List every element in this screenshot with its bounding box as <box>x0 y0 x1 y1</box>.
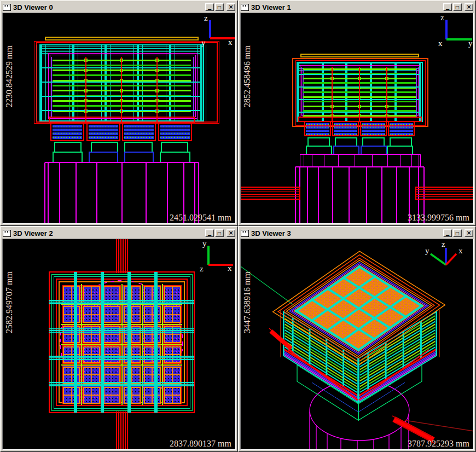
bottom-scale-label: 2837.890137 mm <box>170 439 231 449</box>
svg-text:y: y <box>468 39 473 48</box>
svg-text:x: x <box>438 39 443 48</box>
viewer-window-1: 3D Viewer 1 ▁ □ × 2852.458496 mm 3133.99… <box>238 0 476 226</box>
minimize-button[interactable]: ▁ <box>443 229 452 237</box>
minimize-button[interactable]: ▁ <box>205 229 214 237</box>
svg-text:z: z <box>440 13 444 22</box>
maximize-button[interactable]: □ <box>215 3 224 11</box>
window-title: 3D Viewer 1 <box>251 3 441 11</box>
bottom-scale-label: 3133.999756 mm <box>408 213 469 223</box>
svg-text:x: x <box>458 246 463 255</box>
title-bar[interactable]: 3D Viewer 2 ▁ □ × <box>2 228 236 238</box>
close-button[interactable]: × <box>465 3 473 11</box>
title-bar[interactable]: 3D Viewer 0 ▁ □ × <box>2 2 236 12</box>
close-button[interactable]: × <box>227 3 235 11</box>
window-buttons: ▁ □ × <box>443 229 473 237</box>
svg-text:z: z <box>442 240 445 248</box>
window-title: 3D Viewer 2 <box>13 229 203 237</box>
svg-text:x: x <box>228 264 232 273</box>
window-buttons: ▁ □ × <box>205 3 235 11</box>
window-icon <box>241 230 249 237</box>
viewport-3d[interactable]: 2230.842529 mm 2451.029541 mm zxy <box>2 13 236 224</box>
svg-text:x: x <box>228 38 233 47</box>
svg-text:y: y <box>425 246 429 255</box>
title-bar[interactable]: 3D Viewer 3 ▁ □ × <box>240 228 474 238</box>
svg-text:y: y <box>202 239 207 248</box>
wireframe-isometric-view: zyx <box>241 239 474 450</box>
viewport-3d[interactable]: 2852.458496 mm 3133.999756 mm zyx <box>240 13 474 224</box>
wireframe-front-view: zxy <box>3 13 236 224</box>
wireframe-top-view: yxz <box>3 239 236 450</box>
close-button[interactable]: × <box>227 229 235 237</box>
viewport-3d[interactable]: 2582.949707 mm 2837.890137 mm yxz <box>2 239 236 450</box>
svg-text:z: z <box>204 14 208 22</box>
window-title: 3D Viewer 3 <box>251 229 441 237</box>
window-icon <box>241 4 249 11</box>
window-icon <box>3 230 11 237</box>
close-button[interactable]: × <box>465 229 473 237</box>
window-title: 3D Viewer 0 <box>13 3 203 11</box>
viewport-3d[interactable]: 3447.638916 mm 3787.925293 mm zyx <box>240 239 474 450</box>
minimize-button[interactable]: ▁ <box>443 3 452 11</box>
title-bar[interactable]: 3D Viewer 1 ▁ □ × <box>240 2 474 12</box>
viewer-window-0: 3D Viewer 0 ▁ □ × 2230.842529 mm 2451.02… <box>0 0 238 226</box>
svg-text:y: y <box>201 38 206 47</box>
maximize-button[interactable]: □ <box>453 229 462 237</box>
window-icon <box>3 4 11 11</box>
wireframe-side-view: zyx <box>241 13 474 224</box>
viewer-grid: 3D Viewer 0 ▁ □ × 2230.842529 mm 2451.02… <box>0 0 476 452</box>
viewer-window-3: 3D Viewer 3 ▁ □ × 3447.638916 mm 3787.92… <box>238 226 476 452</box>
left-scale-label: 3447.638916 mm <box>242 271 252 333</box>
window-buttons: ▁ □ × <box>205 229 235 237</box>
svg-text:z: z <box>200 264 204 273</box>
left-scale-label: 2852.458496 mm <box>242 45 252 107</box>
bottom-scale-label: 2451.029541 mm <box>170 213 231 223</box>
viewer-window-2: 3D Viewer 2 ▁ □ × 2582.949707 mm 2837.89… <box>0 226 238 452</box>
window-buttons: ▁ □ × <box>443 3 473 11</box>
left-scale-label: 2230.842529 mm <box>4 45 14 107</box>
bottom-scale-label: 3787.925293 mm <box>408 439 469 449</box>
maximize-button[interactable]: □ <box>453 3 462 11</box>
minimize-button[interactable]: ▁ <box>205 3 214 11</box>
maximize-button[interactable]: □ <box>215 229 224 237</box>
left-scale-label: 2582.949707 mm <box>4 271 14 333</box>
